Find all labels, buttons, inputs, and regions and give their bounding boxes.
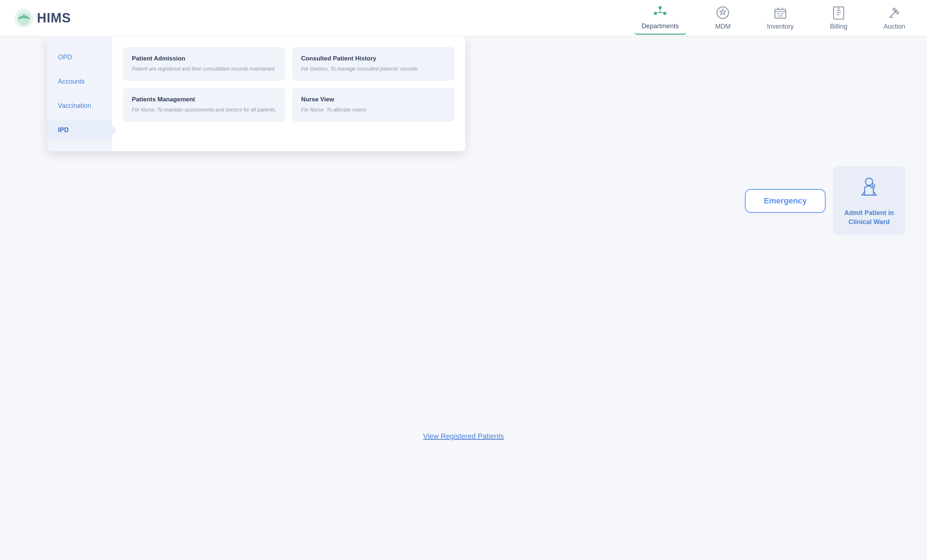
nav-item-billing[interactable]: ₹ Billing	[823, 2, 855, 34]
option-patient-admission[interactable]: Patient Admission Patient are registered…	[123, 47, 285, 81]
departments-label: Departments	[642, 23, 679, 30]
option-nurse-view[interactable]: Nurse View For Nurse, To allocate rooms	[292, 88, 454, 121]
nav-item-auction[interactable]: Auction	[876, 2, 913, 34]
svg-rect-7	[775, 9, 786, 18]
sidebar-item-opd[interactable]: OPD	[47, 47, 112, 68]
auction-icon	[887, 5, 902, 20]
app-name: HIMS	[37, 11, 71, 26]
billing-icon: ₹	[831, 5, 846, 20]
dropdown-menu: OPD Accounts Vaccination IPD Patient Adm…	[47, 36, 465, 151]
mdm-icon	[716, 5, 730, 20]
inventory-label: Inventory	[767, 23, 794, 30]
main-content: OPD Accounts Vaccination IPD Patient Adm…	[0, 36, 927, 560]
svg-rect-1	[659, 6, 661, 9]
option-consulted-patient-history[interactable]: Consulted Patient History For Doctors, T…	[292, 47, 454, 81]
logo-icon	[14, 9, 33, 27]
auction-label: Auction	[883, 23, 905, 30]
emergency-card[interactable]: Emergency	[745, 189, 825, 213]
admit-label: Admit Patient in Clinical Ward	[844, 208, 894, 227]
sidebar-item-vaccination[interactable]: Vaccination	[47, 96, 112, 116]
svg-text:₹: ₹	[837, 7, 840, 11]
departments-icon	[653, 5, 667, 20]
emergency-label: Emergency	[764, 196, 807, 205]
nav-item-inventory[interactable]: Inventory	[760, 2, 801, 34]
svg-rect-11	[895, 10, 899, 14]
dropdown-sidebar: OPD Accounts Vaccination IPD	[47, 36, 112, 151]
navbar: HIMS Departments	[0, 0, 927, 36]
bg-cards-area: Emergency Admit Patient in Clinical Ward	[745, 167, 905, 235]
nav-items: Departments MDM	[634, 2, 913, 35]
admit-patient-icon	[855, 175, 883, 204]
mdm-label: MDM	[715, 23, 731, 30]
nav-item-mdm[interactable]: MDM	[708, 2, 738, 34]
dropdown-options: Patient Admission Patient are registered…	[112, 36, 465, 151]
logo-area: HIMS	[14, 9, 71, 27]
view-registered-patients-link[interactable]: View Registered Patients	[423, 432, 504, 440]
billing-label: Billing	[830, 23, 847, 30]
sidebar-item-accounts[interactable]: Accounts	[47, 71, 112, 92]
sidebar-item-ipd[interactable]: IPD	[47, 120, 112, 140]
option-patients-management[interactable]: Patients Management For Nurse, To mainta…	[123, 88, 285, 121]
nav-item-departments[interactable]: Departments	[634, 2, 686, 35]
inventory-icon	[773, 5, 787, 20]
admit-patient-card[interactable]: Admit Patient in Clinical Ward	[833, 167, 905, 235]
